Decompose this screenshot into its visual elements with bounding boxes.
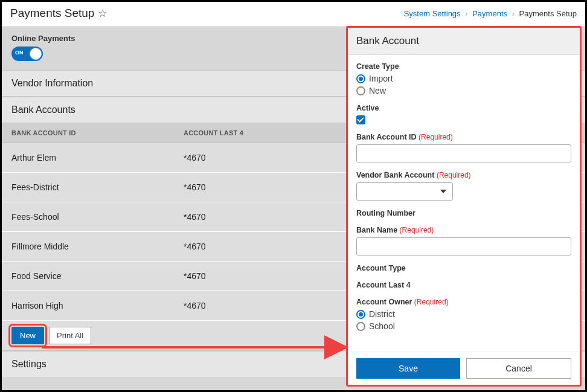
cell-id: Fees-District [11, 182, 184, 192]
save-button[interactable]: Save [356, 358, 460, 379]
radio-school[interactable]: School [356, 321, 571, 331]
bank-account-id-group: Bank Account ID (Required) [356, 133, 571, 162]
bank-name-input[interactable] [356, 237, 571, 255]
account-last4-group: Account Last 4 [356, 281, 571, 289]
new-button[interactable]: New [11, 327, 44, 344]
page-title-wrap: Payments Setup ☆ [10, 7, 107, 20]
radio-icon [356, 86, 365, 95]
radio-label: New [369, 86, 386, 95]
bank-name-label: Bank Name (Required) [356, 226, 571, 234]
cell-id: Arthur Elem [11, 153, 184, 162]
create-type-group: Create Type Import New [356, 62, 571, 95]
chevron-right-icon: › [512, 9, 515, 18]
radio-new[interactable]: New [356, 86, 571, 95]
cell-id: Harrison High [11, 301, 184, 310]
col-head-id[interactable]: BANK ACCOUNT ID [11, 129, 184, 137]
active-label: Active [356, 104, 571, 112]
account-owner-label: Account Owner (Required) [356, 298, 571, 306]
account-type-label: Account Type [356, 264, 571, 272]
radio-label: District [369, 309, 395, 319]
print-all-button[interactable]: Print All [49, 327, 91, 344]
toggle-knob-icon [30, 48, 42, 60]
active-checkbox[interactable] [356, 115, 571, 124]
radio-icon [356, 74, 365, 83]
panel-footer: Save Cancel [348, 352, 580, 385]
breadcrumb: System Settings › Payments › Payments Se… [404, 9, 577, 18]
toggle-on-text: ON [15, 50, 24, 56]
cell-id: Fillmore Middle [11, 242, 184, 251]
breadcrumb-l2[interactable]: Payments [472, 9, 507, 18]
page-title: Payments Setup [10, 7, 94, 20]
routing-group: Routing Number [356, 209, 571, 217]
breadcrumb-l3: Payments Setup [519, 9, 577, 18]
account-last4-label: Account Last 4 [356, 281, 571, 289]
radio-icon [356, 310, 365, 319]
cancel-button[interactable]: Cancel [466, 358, 571, 379]
panel-body: Create Type Import New Active Bank A [348, 55, 580, 352]
create-type-label: Create Type [356, 62, 571, 71]
check-icon [356, 115, 365, 124]
vendor-bank-select[interactable] [356, 182, 453, 201]
body: Online Payments ON Vendor Information Ba… [2, 27, 585, 391]
active-group: Active [356, 104, 571, 124]
favorite-star-icon[interactable]: ☆ [98, 7, 107, 20]
chevron-right-icon: › [465, 9, 467, 18]
radio-district[interactable]: District [356, 309, 571, 319]
radio-import[interactable]: Import [356, 74, 571, 83]
account-type-group: Account Type [356, 264, 571, 272]
panel-title: Bank Account [348, 28, 580, 55]
bank-account-id-label: Bank Account ID (Required) [356, 133, 571, 141]
routing-label: Routing Number [356, 209, 571, 217]
vendor-bank-label: Vendor Bank Account (Required) [356, 171, 571, 179]
bank-account-id-input[interactable] [356, 144, 571, 162]
radio-label: Import [369, 74, 393, 83]
cell-id: Fees-School [11, 212, 184, 222]
bank-name-group: Bank Name (Required) [356, 226, 571, 255]
breadcrumb-l1[interactable]: System Settings [404, 9, 461, 18]
topbar: Payments Setup ☆ System Settings › Payme… [2, 2, 585, 27]
radio-label: School [369, 321, 395, 331]
online-payments-toggle[interactable]: ON [11, 47, 43, 61]
bank-account-panel: Bank Account Create Type Import New Acti… [346, 26, 582, 387]
cell-id: Food Service [11, 271, 184, 281]
account-owner-group: Account Owner (Required) District School [356, 298, 571, 331]
radio-icon [356, 322, 365, 331]
vendor-bank-group: Vendor Bank Account (Required) [356, 171, 571, 201]
